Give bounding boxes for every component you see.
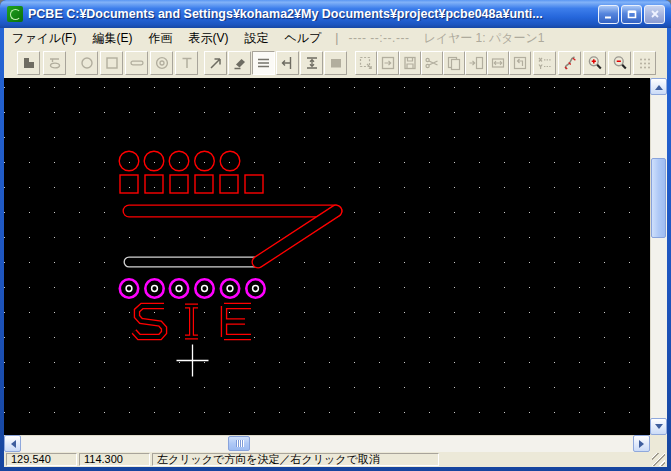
status-x-coordinate: 129.540 bbox=[6, 453, 77, 466]
save-icon bbox=[402, 55, 418, 71]
scroll-down-button[interactable] bbox=[650, 418, 667, 435]
pcb-canvas[interactable] bbox=[4, 78, 650, 435]
zoom-out-button[interactable] bbox=[608, 51, 631, 75]
outline-tool-button[interactable] bbox=[43, 51, 66, 75]
pad-icon bbox=[154, 55, 170, 71]
arrow-up-icon bbox=[655, 81, 663, 90]
grid-setting-button[interactable] bbox=[633, 51, 656, 75]
close-button[interactable] bbox=[644, 5, 665, 24]
close-icon bbox=[649, 8, 661, 20]
stretch-icon bbox=[304, 55, 320, 71]
window-title: PCBE C:¥Documents and Settings¥kohama2¥M… bbox=[28, 7, 598, 21]
paste-button[interactable] bbox=[465, 51, 487, 75]
xy-input-button[interactable] bbox=[533, 51, 556, 75]
vertical-scroll-thumb[interactable] bbox=[651, 158, 666, 238]
zoom-in-button[interactable] bbox=[583, 51, 606, 75]
rectangle-tool-button[interactable] bbox=[100, 51, 123, 75]
status-message: 左クリックで方向を決定／右クリックで取消 bbox=[152, 453, 439, 466]
circle-icon bbox=[79, 55, 95, 71]
scroll-right-button[interactable] bbox=[633, 435, 650, 452]
copy-button[interactable] bbox=[443, 51, 465, 75]
move-area-button[interactable] bbox=[377, 51, 399, 75]
pcbe-window: PCBE C:¥Documents and Settings¥kohama2¥M… bbox=[0, 0, 671, 471]
minimize-button[interactable] bbox=[598, 5, 619, 24]
scrollbar-corner bbox=[650, 435, 667, 452]
pcb-drawing bbox=[4, 78, 650, 435]
filled-rect-icon bbox=[328, 55, 344, 71]
scissors-icon bbox=[424, 55, 440, 71]
draw-lines-icon bbox=[256, 55, 272, 71]
move-area-icon bbox=[380, 55, 396, 71]
line-end-icon bbox=[280, 55, 296, 71]
title-bar[interactable]: PCBE C:¥Documents and Settings¥kohama2¥M… bbox=[0, 0, 671, 28]
layer-indicator: レイヤー 1: パターン1 bbox=[423, 30, 544, 47]
line-seg-tool-button[interactable] bbox=[125, 51, 148, 75]
stretch-tool-button[interactable] bbox=[300, 51, 323, 75]
scroll-left-button[interactable] bbox=[4, 435, 21, 452]
menu-view[interactable]: 表示(V) bbox=[180, 28, 236, 49]
zoom-in-icon bbox=[587, 55, 603, 71]
vertical-scrollbar[interactable] bbox=[650, 78, 667, 435]
select-area-icon bbox=[358, 55, 374, 71]
rotate-block-button[interactable] bbox=[509, 51, 531, 75]
eraser-icon bbox=[232, 55, 248, 71]
zoom-out-icon bbox=[612, 55, 628, 71]
status-bar: 129.540 114.300 左クリックで方向を決定／右クリックで取消 bbox=[4, 452, 667, 467]
app-icon bbox=[7, 6, 23, 22]
land-pattern-icon bbox=[21, 55, 37, 71]
toolbar bbox=[4, 48, 667, 78]
circle-tool-button[interactable] bbox=[75, 51, 98, 75]
maximize-icon bbox=[626, 8, 638, 20]
mirror-icon bbox=[490, 55, 506, 71]
filled-rect-tool-button[interactable] bbox=[324, 51, 347, 75]
text-tool-button[interactable] bbox=[175, 51, 198, 75]
paste-icon bbox=[468, 55, 484, 71]
land-pattern-button[interactable] bbox=[17, 51, 40, 75]
line-end-tool-button[interactable] bbox=[276, 51, 299, 75]
pad-tool-button[interactable] bbox=[150, 51, 173, 75]
horizontal-scrollbar[interactable] bbox=[4, 435, 650, 452]
grid-icon bbox=[637, 55, 653, 71]
menu-settings[interactable]: 設定 bbox=[236, 28, 276, 49]
arrow-left-icon bbox=[7, 440, 16, 448]
net-check-button[interactable] bbox=[558, 51, 581, 75]
rotate-icon bbox=[512, 55, 528, 71]
copy-icon bbox=[446, 55, 462, 71]
time-placeholder: ---- --:--.--- bbox=[348, 31, 409, 45]
menu-bar: ファイル(F) 編集(E) 作画 表示(V) 設定 ヘルプ | ---- --:… bbox=[4, 28, 667, 48]
horizontal-scroll-thumb[interactable] bbox=[228, 436, 250, 451]
menu-help[interactable]: ヘルプ bbox=[276, 28, 329, 49]
arrow-right-icon bbox=[639, 440, 648, 448]
arrow-down-icon bbox=[655, 424, 663, 433]
scroll-up-button[interactable] bbox=[650, 78, 667, 95]
outline-tool-icon bbox=[47, 55, 63, 71]
text-icon bbox=[179, 55, 195, 71]
menu-draw[interactable]: 作画 bbox=[140, 28, 180, 49]
menu-edit[interactable]: 編集(E) bbox=[84, 28, 140, 49]
minimize-icon bbox=[603, 8, 615, 20]
line-segment-icon bbox=[129, 55, 145, 71]
menu-separator: | bbox=[335, 31, 338, 45]
menu-file[interactable]: ファイル(F) bbox=[4, 28, 84, 49]
net-check-icon bbox=[562, 55, 578, 71]
pointer-icon bbox=[208, 55, 224, 71]
select-area-button[interactable] bbox=[355, 51, 377, 75]
xy-coords-icon bbox=[537, 55, 553, 71]
maximize-button[interactable] bbox=[621, 5, 642, 24]
pointer-tool-button[interactable] bbox=[204, 51, 227, 75]
rectangle-icon bbox=[104, 55, 120, 71]
draw-line-tool-button[interactable] bbox=[252, 51, 275, 75]
eraser-tool-button[interactable] bbox=[228, 51, 251, 75]
save-block-button[interactable] bbox=[399, 51, 421, 75]
mirror-horizontal-button[interactable] bbox=[487, 51, 509, 75]
cut-button[interactable] bbox=[421, 51, 443, 75]
status-y-coordinate: 114.300 bbox=[79, 453, 150, 466]
resize-grip[interactable] bbox=[652, 453, 665, 466]
